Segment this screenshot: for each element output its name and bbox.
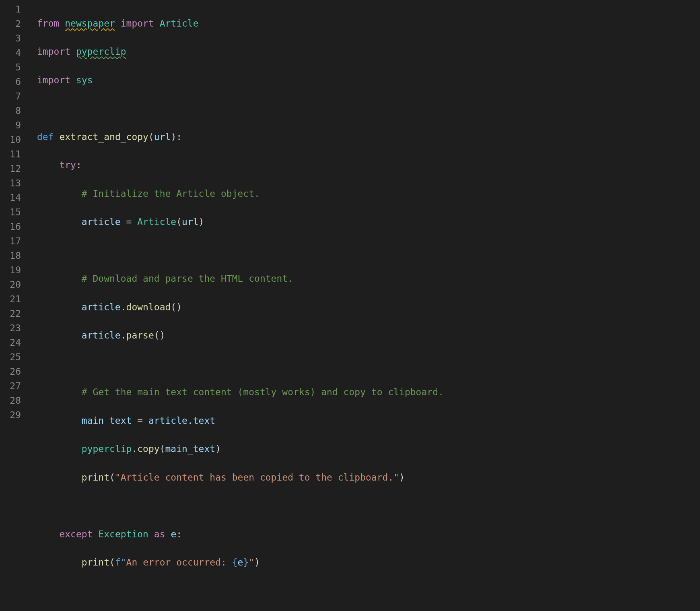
indent [37, 529, 59, 539]
builtin-print: print [82, 472, 109, 483]
module-sys: sys [76, 75, 93, 85]
line-number: 10 [4, 133, 21, 147]
var-article: article [82, 302, 121, 312]
class-article: Article [137, 217, 176, 227]
line-number: 2 [4, 17, 21, 31]
assign: = [132, 415, 148, 426]
paren-close: ) [199, 217, 204, 227]
line-number: 29 [4, 408, 21, 423]
keyword-as: as [154, 529, 165, 539]
code-line[interactable] [37, 584, 700, 599]
line-number: 20 [4, 278, 21, 292]
paren-close: ) [160, 330, 165, 341]
paren-close: ) [171, 132, 176, 142]
line-number: 19 [4, 263, 21, 278]
keyword-except: except [59, 529, 93, 539]
dot: . [121, 302, 126, 312]
code-line[interactable]: article.parse() [37, 328, 700, 343]
code-line[interactable]: except Exception as e: [37, 527, 700, 542]
dot: . [121, 330, 126, 341]
code-line[interactable]: try: [37, 158, 700, 173]
indent [37, 188, 82, 199]
method-download: download [126, 302, 171, 312]
comment: # Download and parse the HTML content. [82, 273, 293, 284]
code-line[interactable]: main_text = article.text [37, 414, 700, 428]
line-number: 25 [4, 350, 21, 365]
line-number: 4 [4, 46, 21, 60]
paren-open: ( [109, 472, 115, 483]
line-number: 22 [4, 307, 21, 321]
line-number: 21 [4, 292, 21, 307]
method-copy: copy [137, 444, 159, 454]
code-line[interactable]: from newspaper import Article [37, 17, 700, 31]
paren-close: ) [399, 472, 405, 483]
keyword-try: try [59, 160, 76, 170]
code-line[interactable] [37, 101, 700, 116]
line-number: 15 [4, 205, 21, 220]
code-line[interactable]: import pyperclip [37, 45, 700, 59]
param-url: url [154, 132, 171, 142]
var-e: e [171, 529, 176, 539]
indent [37, 217, 82, 227]
code-line[interactable]: # Initialize the Article object. [37, 187, 700, 201]
keyword-import: import [37, 46, 70, 57]
paren-open: ( [109, 557, 115, 568]
brace-close: } [243, 557, 249, 568]
prop-text: text [193, 415, 215, 426]
indent [37, 415, 82, 426]
indent [37, 444, 82, 454]
var-article: article [148, 415, 187, 426]
line-number: 13 [4, 176, 21, 191]
line-number: 17 [4, 234, 21, 249]
keyword-from: from [37, 18, 59, 29]
var-article: article [82, 330, 121, 341]
code-line[interactable] [37, 357, 700, 372]
class-article: Article [160, 18, 199, 29]
line-number: 9 [4, 118, 21, 133]
colon: : [176, 529, 182, 539]
code-line[interactable]: import sys [37, 73, 700, 88]
class-exception: Exception [98, 529, 148, 539]
module-pyperclip: pyperclip [76, 46, 126, 57]
string-quote: " [249, 557, 254, 568]
line-number: 5 [4, 60, 21, 75]
line-number: 23 [4, 321, 21, 336]
code-line[interactable] [37, 499, 700, 513]
paren-open: ( [176, 217, 182, 227]
function-name: extract_and_copy [59, 132, 148, 142]
code-line[interactable]: print("Article content has been copied t… [37, 471, 700, 485]
indent [37, 472, 82, 483]
code-line[interactable]: # Download and parse the HTML content. [37, 272, 700, 286]
line-number: 8 [4, 104, 21, 118]
line-number: 16 [4, 220, 21, 234]
line-number: 3 [4, 31, 21, 46]
code-line[interactable] [37, 244, 700, 258]
indent [37, 273, 82, 284]
code-line[interactable]: article = Article(url) [37, 215, 700, 229]
code-line[interactable]: def extract_and_copy(url): [37, 130, 700, 144]
var-article: article [82, 217, 121, 227]
line-number: 14 [4, 191, 21, 205]
code-line[interactable]: article.download() [37, 300, 700, 315]
paren-open: ( [171, 302, 176, 312]
code-line[interactable]: # Get the main text content (mostly work… [37, 385, 700, 400]
var-e: e [238, 557, 243, 568]
indent [37, 160, 59, 170]
code-editor-area[interactable]: from newspaper import Article import pyp… [31, 0, 700, 611]
dot: . [132, 444, 137, 454]
keyword-def: def [37, 132, 54, 142]
line-number: 6 [4, 75, 21, 89]
string-part: An error occurred: [126, 557, 232, 568]
code-line[interactable]: print(f"An error occurred: {e}") [37, 555, 700, 570]
indent [37, 557, 82, 568]
fstring-prefix: f" [115, 557, 126, 568]
paren-open: ( [148, 132, 154, 142]
method-parse: parse [126, 330, 154, 341]
indent [37, 302, 82, 312]
assign: = [121, 217, 138, 227]
var-main-text: main_text [82, 415, 132, 426]
indent [37, 387, 82, 397]
code-line[interactable]: pyperclip.copy(main_text) [37, 442, 700, 456]
indent [37, 330, 82, 341]
string-literal: "Article content has been copied to the … [115, 472, 399, 483]
